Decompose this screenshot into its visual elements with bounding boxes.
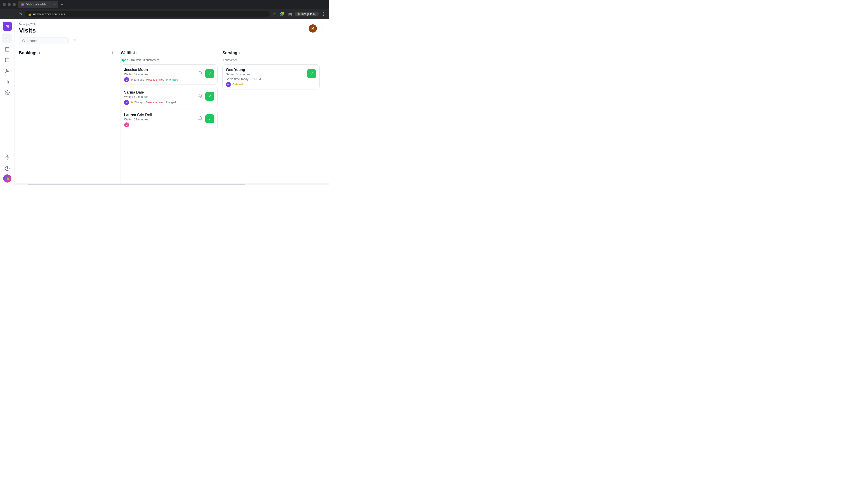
sidebar-toggle-icon[interactable]: ▤ [287, 11, 293, 18]
minimize-button[interactable] [3, 3, 6, 6]
visit-actions: ✓ [197, 92, 214, 101]
header-left: Moodjoy7434 Visits [19, 23, 37, 34]
tab-title: Visits | Waitwhile [26, 3, 46, 6]
header-menu-button[interactable]: ⋮ [320, 26, 324, 31]
scrollbar-thumb[interactable] [28, 184, 245, 185]
bottom-scrollbar[interactable]: ‹ [14, 183, 329, 185]
bookings-chevron-icon: › [39, 51, 40, 55]
visit-actions: ✓ [197, 114, 214, 123]
sidebar-user-avatar[interactable]: 🎭 [3, 174, 11, 183]
tab-close-button[interactable]: × [53, 3, 55, 6]
incognito-label: Incognito (2) [301, 12, 316, 15]
help-icon [5, 166, 10, 171]
waitlist-add-button[interactable]: + [211, 49, 218, 57]
sidebar-item-home[interactable]: ⌂ [2, 33, 12, 43]
check-button[interactable]: ✓ [205, 114, 214, 123]
maximize-button[interactable] [8, 3, 11, 6]
visit-card-wee-young[interactable]: Wee Young Served 58 minutes Serve time T… [222, 64, 320, 90]
sidebar-bottom: 🎭 [2, 153, 12, 183]
visit-actions: ✓ [307, 69, 316, 78]
sidebar-item-calendar[interactable] [2, 44, 12, 54]
header-avatar[interactable]: M [309, 24, 317, 33]
visit-card-content: Sarina Dale Waited 59 minutes M 33m ago … [124, 90, 197, 105]
visit-name: Lauren Cris Deli [124, 113, 197, 117]
check-button[interactable]: ✓ [205, 92, 214, 101]
serving-meta: 1 customer [222, 57, 320, 64]
visit-avatar: M [124, 123, 129, 127]
column-bookings: Bookings › + [19, 47, 121, 183]
tag-message-failed: Message failed [146, 101, 164, 104]
sidebar-item-chat[interactable] [2, 55, 12, 65]
column-bookings-title[interactable]: Bookings › [19, 51, 40, 55]
serving-meta-text: 1 customer [222, 58, 237, 62]
check-button[interactable]: ✓ [205, 69, 214, 78]
sidebar-logo[interactable]: M [3, 22, 12, 31]
serving-add-button[interactable]: + [312, 49, 320, 57]
lock-icon: 🔒 [28, 12, 31, 16]
column-waitlist-title[interactable]: Waitlist › [121, 51, 138, 55]
visit-card-lauren-cris-deli[interactable]: Lauren Cris Deli Waited 28 minutes M ✓ [121, 109, 218, 130]
bookmark-icon[interactable]: ☆ [272, 11, 277, 18]
search-input-wrap[interactable] [19, 37, 69, 44]
search-bar-row [14, 34, 329, 47]
visit-meta: M Delayed [226, 82, 307, 87]
visit-card-sarina-dale[interactable]: Sarina Dale Waited 59 minutes M 33m ago … [121, 87, 218, 107]
sidebar-item-lightning[interactable] [2, 153, 12, 163]
bookings-add-button[interactable]: + [109, 49, 116, 57]
bell-button[interactable] [197, 115, 204, 123]
column-serving-title[interactable]: Serving › [222, 51, 240, 55]
waitlist-open-badge: Open [121, 58, 128, 62]
bell-icon [198, 94, 203, 98]
back-button[interactable]: ← [3, 11, 8, 18]
visit-time-badge: 33m ago [131, 101, 144, 104]
bell-button[interactable] [197, 70, 204, 77]
sidebar-item-help[interactable] [2, 164, 12, 173]
forward-button[interactable]: → [10, 11, 16, 18]
incognito-badge[interactable]: 🕵 Incognito (2) [295, 12, 319, 16]
reload-button[interactable]: ↻ [18, 11, 23, 18]
extensions-icon[interactable]: 🧩 [279, 11, 285, 18]
visit-card-content: Jessica Moon Waited 59 minutes M 33m ago… [124, 68, 197, 82]
check-button[interactable]: ✓ [307, 69, 316, 78]
new-tab-button[interactable]: + [59, 1, 65, 8]
visit-wait: Served 58 minutes [226, 72, 307, 76]
visit-avatar: M [124, 100, 129, 105]
visit-wait: Waited 59 minutes [124, 72, 197, 76]
visit-actions: ✓ [197, 69, 214, 78]
serving-title-text: Serving [222, 51, 237, 55]
address-text: new.waitwhile.com/visits [33, 12, 65, 16]
column-bookings-header: Bookings › + [19, 47, 116, 57]
column-waitlist: Waitlist › + Open · 1m wait · 3 customer… [121, 47, 222, 183]
svg-point-4 [6, 69, 8, 71]
visit-avatar: M [124, 77, 129, 82]
search-input[interactable] [27, 39, 64, 43]
close-window-button[interactable] [13, 3, 16, 6]
bell-icon [198, 71, 203, 75]
sidebar: M ⌂ 🎭 [0, 19, 14, 185]
sidebar-item-settings[interactable] [2, 88, 12, 98]
waitlist-meta-rest: · 1m wait · 3 customers [128, 58, 159, 62]
visit-wait: Waited 28 minutes [124, 118, 197, 121]
org-name: Moodjoy7434 [19, 23, 37, 26]
svg-rect-0 [5, 48, 9, 52]
active-tab[interactable]: M Visits | Waitwhile × [18, 1, 58, 8]
tag-prioritized: Prioritized [166, 78, 178, 81]
sidebar-item-analytics[interactable] [2, 77, 12, 87]
svg-marker-9 [5, 156, 9, 160]
column-serving-header: Serving › + [222, 47, 320, 57]
menu-icon[interactable]: ⋮ [320, 11, 327, 18]
address-bar[interactable]: 🔒 new.waitwhile.com/visits [25, 11, 270, 18]
sidebar-item-users[interactable] [2, 66, 12, 76]
columns-area: Bookings › + Waitlist › + Open · 1m wait… [14, 47, 329, 183]
visit-card-jessica-moon[interactable]: Jessica Moon Waited 59 minutes M 33m ago… [121, 64, 218, 85]
app-layout: M ⌂ 🎭 [0, 19, 329, 185]
tag-delayed: Delayed [232, 83, 243, 86]
visit-time-badge: 33m ago [131, 78, 144, 81]
filter-button[interactable] [70, 37, 79, 45]
user-avatar-image: 🎭 [5, 177, 9, 180]
bell-icon [198, 116, 203, 121]
chart-icon [5, 79, 10, 84]
bell-button[interactable] [197, 93, 204, 100]
yellow-dot-icon [131, 101, 133, 103]
visit-meta: M 33m ago Message failed Prioritized [124, 77, 197, 82]
